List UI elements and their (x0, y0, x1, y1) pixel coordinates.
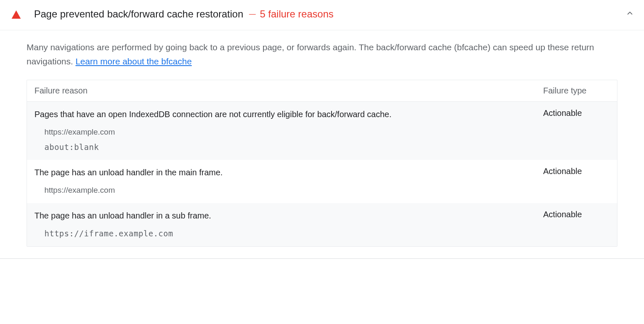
failure-url: https://example.com (44, 186, 115, 195)
failure-reason: The page has an unload handler in a sub … (34, 210, 543, 221)
failure-url-list: https://iframe.example.com (44, 229, 173, 238)
failure-type: Actionable (543, 108, 610, 118)
chevron-up-icon[interactable] (626, 9, 634, 19)
learn-more-link[interactable]: Learn more about the bfcache (76, 56, 192, 66)
table-header: Failure reason Failure type (27, 80, 617, 102)
audit-panel: Page prevented back/forward cache restor… (0, 0, 644, 259)
table-row: Pages that have an open IndexedDB connec… (27, 102, 617, 160)
failure-url: about:blank (44, 142, 115, 152)
failure-type: Actionable (543, 167, 610, 176)
table-row: The page has an unload handler in the ma… (27, 160, 617, 203)
title-separator: — (249, 10, 256, 18)
failure-reason: Pages that have an open IndexedDB connec… (34, 108, 543, 120)
table-row: The page has an unload handler in a sub … (27, 203, 617, 246)
failure-url-list: https://example.comabout:blank (44, 128, 115, 152)
audit-header[interactable]: Page prevented back/forward cache restor… (0, 0, 644, 30)
failure-url: https://example.com (44, 128, 115, 137)
col-header-reason: Failure reason (34, 86, 543, 96)
audit-title: Page prevented back/forward cache restor… (34, 8, 243, 20)
audit-body: Many navigations are performed by going … (0, 30, 644, 258)
col-header-type: Failure type (543, 86, 610, 96)
fail-triangle-icon (12, 10, 21, 19)
failure-reason: The page has an unload handler in the ma… (34, 167, 543, 178)
failure-count-badge: 5 failure reasons (260, 8, 333, 20)
audit-description: Many navigations are performed by going … (27, 40, 617, 68)
failure-table: Failure reason Failure type Pages that h… (27, 80, 617, 247)
failure-url: https://iframe.example.com (44, 229, 173, 238)
failure-type: Actionable (543, 210, 610, 219)
failure-url-list: https://example.com (44, 186, 115, 195)
